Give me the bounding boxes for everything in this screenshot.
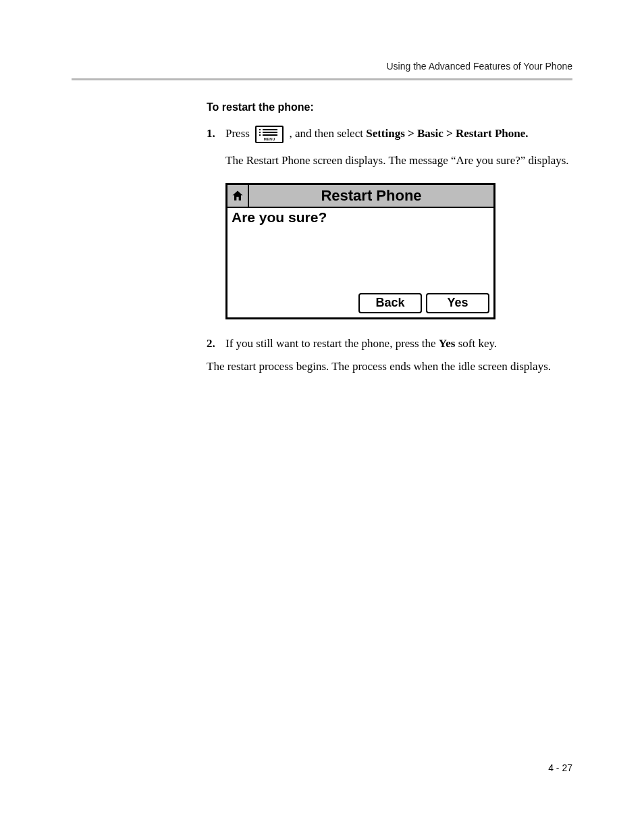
menu-key-label: MENU (257, 137, 282, 142)
header-rule (72, 78, 572, 80)
running-head: Using the Advanced Features of Your Phon… (386, 61, 572, 72)
step-2-number: 2. (207, 336, 225, 353)
step-1-result: The Restart Phone screen displays. The m… (225, 153, 572, 170)
step-1-text-pre: Press (225, 127, 252, 140)
closing-paragraph: The restart process begins. The process … (207, 359, 572, 375)
step-1-number: 1. (207, 126, 225, 142)
section-heading: To restart the phone: (207, 101, 572, 113)
phone-screen-figure: Restart Phone Are you sure? Back Yes (225, 183, 495, 319)
menu-key-icon: MENU (255, 126, 284, 143)
menu-key-lines-icon (263, 129, 277, 136)
step-2-body: If you still want to restart the phone, … (225, 336, 572, 353)
back-softkey[interactable]: Back (358, 293, 422, 313)
home-icon (227, 185, 249, 207)
document-page: Using the Advanced Features of Your Phon… (0, 0, 644, 834)
step-1-body: Press MENU , and then select Settings > … (225, 126, 572, 143)
content-area: To restart the phone: 1. Press MENU , an… (207, 101, 572, 375)
confirmation-question: Are you sure? (232, 209, 489, 226)
phone-screen-body: Are you sure? (227, 208, 493, 293)
step-2-yes-label: Yes (439, 337, 456, 350)
step-2-text-post: soft key. (458, 337, 497, 350)
step-2: 2. If you still want to restart the phon… (207, 336, 572, 353)
step-1: 1. Press MENU , and then select Settings… (207, 126, 572, 143)
phone-screen-title: Restart Phone (249, 187, 493, 205)
page-number: 4 - 27 (548, 762, 572, 773)
phone-screen-titlebar: Restart Phone (227, 185, 493, 208)
yes-softkey[interactable]: Yes (426, 293, 489, 313)
step-2-text-pre: If you still want to restart the phone, … (225, 337, 439, 350)
softkey-row: Back Yes (227, 293, 493, 317)
step-1-text-mid: , and then select (289, 127, 366, 140)
step-1-menu-path: Settings > Basic > Restart Phone. (366, 127, 528, 140)
